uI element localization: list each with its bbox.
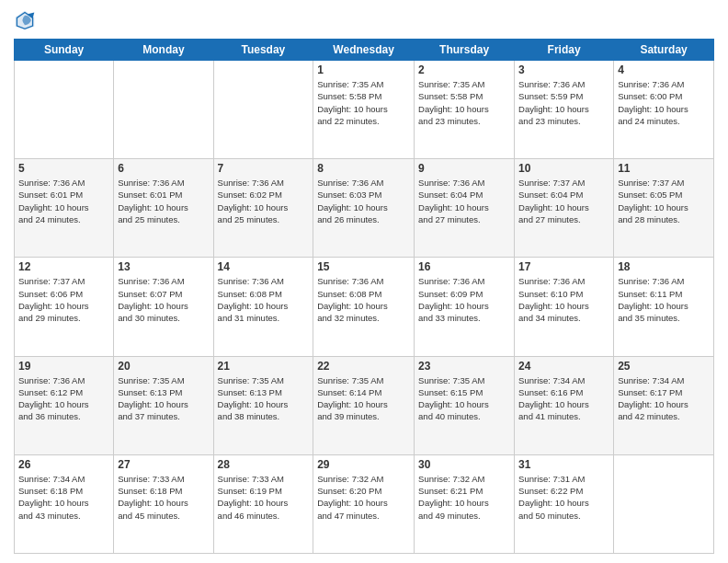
week-row-2: 5Sunrise: 7:36 AM Sunset: 6:01 PM Daylig… xyxy=(15,159,714,258)
weekday-header-wednesday: Wednesday xyxy=(313,40,415,61)
day-info: Sunrise: 7:36 AM Sunset: 6:01 PM Dayligh… xyxy=(118,177,209,225)
calendar-cell xyxy=(213,61,313,159)
calendar-cell: 27Sunrise: 7:33 AM Sunset: 6:18 PM Dayli… xyxy=(114,454,213,553)
day-number: 31 xyxy=(518,458,609,471)
day-number: 16 xyxy=(418,260,510,273)
day-info: Sunrise: 7:35 AM Sunset: 6:14 PM Dayligh… xyxy=(317,374,410,423)
day-number: 7 xyxy=(218,162,310,175)
calendar-page: SundayMondayTuesdayWednesdayThursdayFrid… xyxy=(0,0,728,563)
weekday-header-row: SundayMondayTuesdayWednesdayThursdayFrid… xyxy=(15,40,714,61)
day-number: 18 xyxy=(618,260,710,273)
day-number: 25 xyxy=(618,360,710,373)
day-number: 12 xyxy=(18,260,109,273)
calendar-cell: 14Sunrise: 7:36 AM Sunset: 6:08 PM Dayli… xyxy=(213,258,313,356)
day-number: 30 xyxy=(418,458,510,471)
week-row-1: 1Sunrise: 7:35 AM Sunset: 5:58 PM Daylig… xyxy=(15,61,714,159)
day-info: Sunrise: 7:36 AM Sunset: 6:02 PM Dayligh… xyxy=(218,177,310,225)
day-number: 10 xyxy=(518,162,609,175)
day-info: Sunrise: 7:36 AM Sunset: 6:11 PM Dayligh… xyxy=(618,275,710,324)
day-number: 1 xyxy=(317,63,410,76)
day-info: Sunrise: 7:36 AM Sunset: 6:08 PM Dayligh… xyxy=(317,275,410,324)
calendar-cell: 16Sunrise: 7:36 AM Sunset: 6:09 PM Dayli… xyxy=(415,258,515,356)
calendar-cell: 25Sunrise: 7:34 AM Sunset: 6:17 PM Dayli… xyxy=(614,356,714,454)
logo xyxy=(14,9,40,31)
day-info: Sunrise: 7:33 AM Sunset: 6:18 PM Dayligh… xyxy=(118,473,209,522)
day-number: 8 xyxy=(317,162,410,175)
weekday-header-monday: Monday xyxy=(114,40,213,61)
calendar-table: SundayMondayTuesdayWednesdayThursdayFrid… xyxy=(14,39,714,554)
day-number: 2 xyxy=(418,63,510,76)
day-info: Sunrise: 7:36 AM Sunset: 6:12 PM Dayligh… xyxy=(18,374,109,423)
calendar-cell: 29Sunrise: 7:32 AM Sunset: 6:20 PM Dayli… xyxy=(313,454,415,553)
calendar-cell xyxy=(15,61,114,159)
day-number: 11 xyxy=(618,162,710,175)
day-number: 6 xyxy=(118,162,209,175)
day-info: Sunrise: 7:36 AM Sunset: 6:01 PM Dayligh… xyxy=(18,177,109,225)
day-number: 5 xyxy=(18,162,109,175)
weekday-header-friday: Friday xyxy=(515,40,614,61)
day-info: Sunrise: 7:32 AM Sunset: 6:20 PM Dayligh… xyxy=(317,473,410,522)
calendar-cell: 10Sunrise: 7:37 AM Sunset: 6:04 PM Dayli… xyxy=(515,159,614,258)
weekday-header-saturday: Saturday xyxy=(614,40,714,61)
day-number: 28 xyxy=(218,458,310,471)
weekday-header-tuesday: Tuesday xyxy=(213,40,313,61)
calendar-cell: 7Sunrise: 7:36 AM Sunset: 6:02 PM Daylig… xyxy=(213,159,313,258)
day-number: 19 xyxy=(18,360,109,373)
calendar-cell: 18Sunrise: 7:36 AM Sunset: 6:11 PM Dayli… xyxy=(614,258,714,356)
day-info: Sunrise: 7:33 AM Sunset: 6:19 PM Dayligh… xyxy=(218,473,310,522)
calendar-cell: 4Sunrise: 7:36 AM Sunset: 6:00 PM Daylig… xyxy=(614,61,714,159)
day-info: Sunrise: 7:32 AM Sunset: 6:21 PM Dayligh… xyxy=(418,473,510,522)
calendar-cell: 23Sunrise: 7:35 AM Sunset: 6:15 PM Dayli… xyxy=(415,356,515,454)
weekday-header-thursday: Thursday xyxy=(415,40,515,61)
day-info: Sunrise: 7:36 AM Sunset: 6:07 PM Dayligh… xyxy=(118,275,209,324)
calendar-cell: 9Sunrise: 7:36 AM Sunset: 6:04 PM Daylig… xyxy=(415,159,515,258)
day-info: Sunrise: 7:35 AM Sunset: 6:13 PM Dayligh… xyxy=(218,374,310,423)
day-info: Sunrise: 7:36 AM Sunset: 6:08 PM Dayligh… xyxy=(218,275,310,324)
calendar-cell: 13Sunrise: 7:36 AM Sunset: 6:07 PM Dayli… xyxy=(114,258,213,356)
day-info: Sunrise: 7:34 AM Sunset: 6:17 PM Dayligh… xyxy=(618,374,710,423)
calendar-cell: 6Sunrise: 7:36 AM Sunset: 6:01 PM Daylig… xyxy=(114,159,213,258)
day-info: Sunrise: 7:31 AM Sunset: 6:22 PM Dayligh… xyxy=(518,473,609,522)
calendar-cell: 30Sunrise: 7:32 AM Sunset: 6:21 PM Dayli… xyxy=(415,454,515,553)
day-info: Sunrise: 7:35 AM Sunset: 6:13 PM Dayligh… xyxy=(118,374,209,423)
calendar-cell: 15Sunrise: 7:36 AM Sunset: 6:08 PM Dayli… xyxy=(313,258,415,356)
day-info: Sunrise: 7:37 AM Sunset: 6:05 PM Dayligh… xyxy=(618,177,710,225)
logo-icon xyxy=(14,9,36,31)
calendar-cell xyxy=(614,454,714,553)
calendar-cell: 20Sunrise: 7:35 AM Sunset: 6:13 PM Dayli… xyxy=(114,356,213,454)
day-number: 23 xyxy=(418,360,510,373)
day-info: Sunrise: 7:36 AM Sunset: 6:09 PM Dayligh… xyxy=(418,275,510,324)
day-number: 17 xyxy=(518,260,609,273)
day-number: 9 xyxy=(418,162,510,175)
day-info: Sunrise: 7:34 AM Sunset: 6:16 PM Dayligh… xyxy=(518,374,609,423)
calendar-cell: 24Sunrise: 7:34 AM Sunset: 6:16 PM Dayli… xyxy=(515,356,614,454)
day-number: 29 xyxy=(317,458,410,471)
day-info: Sunrise: 7:35 AM Sunset: 5:58 PM Dayligh… xyxy=(418,78,510,127)
day-info: Sunrise: 7:36 AM Sunset: 6:10 PM Dayligh… xyxy=(518,275,609,324)
calendar-cell: 31Sunrise: 7:31 AM Sunset: 6:22 PM Dayli… xyxy=(515,454,614,553)
day-number: 4 xyxy=(618,63,710,76)
calendar-cell: 26Sunrise: 7:34 AM Sunset: 6:18 PM Dayli… xyxy=(15,454,114,553)
day-info: Sunrise: 7:36 AM Sunset: 5:59 PM Dayligh… xyxy=(518,78,609,127)
week-row-3: 12Sunrise: 7:37 AM Sunset: 6:06 PM Dayli… xyxy=(15,258,714,356)
calendar-cell: 21Sunrise: 7:35 AM Sunset: 6:13 PM Dayli… xyxy=(213,356,313,454)
day-number: 24 xyxy=(518,360,609,373)
day-info: Sunrise: 7:36 AM Sunset: 6:00 PM Dayligh… xyxy=(618,78,710,127)
calendar-cell: 11Sunrise: 7:37 AM Sunset: 6:05 PM Dayli… xyxy=(614,159,714,258)
calendar-cell: 28Sunrise: 7:33 AM Sunset: 6:19 PM Dayli… xyxy=(213,454,313,553)
day-info: Sunrise: 7:37 AM Sunset: 6:04 PM Dayligh… xyxy=(518,177,609,225)
calendar-cell: 3Sunrise: 7:36 AM Sunset: 5:59 PM Daylig… xyxy=(515,61,614,159)
calendar-cell: 19Sunrise: 7:36 AM Sunset: 6:12 PM Dayli… xyxy=(15,356,114,454)
calendar-cell: 12Sunrise: 7:37 AM Sunset: 6:06 PM Dayli… xyxy=(15,258,114,356)
day-number: 15 xyxy=(317,260,410,273)
day-number: 26 xyxy=(18,458,109,471)
calendar-cell xyxy=(114,61,213,159)
day-number: 14 xyxy=(218,260,310,273)
calendar-cell: 8Sunrise: 7:36 AM Sunset: 6:03 PM Daylig… xyxy=(313,159,415,258)
day-info: Sunrise: 7:35 AM Sunset: 5:58 PM Dayligh… xyxy=(317,78,410,127)
day-number: 21 xyxy=(218,360,310,373)
day-number: 20 xyxy=(118,360,209,373)
day-info: Sunrise: 7:34 AM Sunset: 6:18 PM Dayligh… xyxy=(18,473,109,522)
day-info: Sunrise: 7:37 AM Sunset: 6:06 PM Dayligh… xyxy=(18,275,109,324)
day-info: Sunrise: 7:36 AM Sunset: 6:04 PM Dayligh… xyxy=(418,177,510,225)
